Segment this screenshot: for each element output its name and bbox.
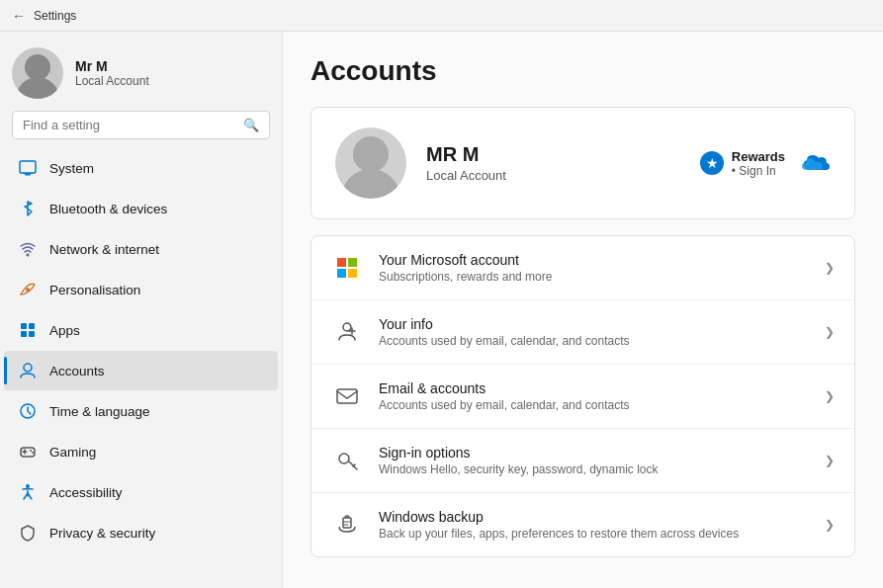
setting-row-backup[interactable]: Windows backup Back up your files, apps,…: [311, 493, 854, 556]
backup-icon: [331, 509, 363, 541]
svg-point-1: [25, 54, 50, 80]
setting-row-microsoft-account[interactable]: Your Microsoft account Subscriptions, re…: [311, 236, 854, 300]
sidebar-item-gaming[interactable]: Gaming: [4, 432, 278, 471]
back-button[interactable]: ←: [12, 8, 26, 24]
setting-row-title-signin: Sign-in options: [379, 445, 825, 461]
profile-rewards[interactable]: ★ Rewards • Sign In: [698, 147, 831, 179]
person-info-icon: [331, 316, 363, 348]
search-icon[interactable]: 🔍: [243, 118, 259, 132]
chevron-icon-signin: ❯: [825, 454, 835, 467]
bluetooth-icon: [18, 199, 38, 218]
svg-rect-3: [25, 174, 31, 176]
svg-rect-7: [21, 323, 27, 329]
user-info: Mr M Local Account: [75, 58, 149, 88]
svg-point-5: [27, 254, 30, 257]
sidebar-label-network: Network & internet: [49, 242, 159, 257]
setting-row-text-signin: Sign-in options Windows Hello, security …: [379, 445, 825, 476]
profile-name: MR M: [426, 143, 698, 166]
gaming-icon: [18, 442, 38, 462]
svg-point-20: [353, 136, 389, 172]
chevron-icon-email: ❯: [825, 389, 835, 403]
microsoft-icon: [331, 252, 363, 284]
sidebar-label-bluetooth: Bluetooth & devices: [49, 202, 167, 216]
sidebar-label-system: System: [49, 161, 94, 176]
main-layout: Mr M Local Account 🔍 Syste: [0, 32, 883, 588]
sidebar-item-network[interactable]: Network & internet: [4, 229, 278, 269]
svg-rect-2: [20, 161, 36, 173]
profile-card: MR M Local Account ★ Rewards • Sign In: [310, 107, 855, 219]
svg-rect-25: [337, 269, 346, 278]
sidebar-label-accounts: Accounts: [49, 364, 105, 378]
setting-row-desc-email: Accounts used by email, calendar, and co…: [379, 398, 825, 412]
rewards-label: Rewards: [732, 149, 785, 164]
setting-row-your-info[interactable]: Your info Accounts used by email, calend…: [311, 300, 854, 365]
rewards-signin: • Sign In: [732, 164, 785, 178]
svg-point-16: [30, 450, 32, 452]
profile-info: MR M Local Account: [426, 143, 698, 183]
sidebar-item-personalisation[interactable]: Personalisation: [4, 270, 278, 309]
setting-row-desc-your-info: Accounts used by email, calendar, and co…: [379, 334, 825, 348]
svg-rect-32: [343, 518, 351, 528]
setting-row-signin[interactable]: Sign-in options Windows Hello, security …: [311, 429, 854, 493]
svg-point-19: [341, 169, 400, 199]
setting-row-title-email: Email & accounts: [379, 380, 825, 396]
svg-rect-30: [337, 389, 357, 403]
setting-row-desc-microsoft: Subscriptions, rewards and more: [379, 270, 825, 284]
svg-rect-9: [21, 331, 27, 337]
key-icon: [331, 445, 363, 476]
search-box[interactable]: 🔍: [12, 111, 270, 139]
svg-point-18: [26, 484, 30, 488]
accessibility-icon: [18, 482, 38, 502]
svg-point-17: [32, 452, 34, 454]
sidebar-label-privacy: Privacy & security: [49, 526, 155, 541]
chevron-icon-microsoft: ❯: [825, 261, 835, 275]
svg-point-27: [343, 323, 351, 331]
profile-account-type: Local Account: [426, 168, 698, 183]
sidebar-label-accessibility: Accessibility: [49, 485, 123, 500]
titlebar: ← Settings: [0, 0, 883, 32]
profile-avatar: [335, 127, 406, 199]
setting-row-title-backup: Windows backup: [379, 509, 825, 525]
system-icon: [18, 158, 38, 178]
sidebar-item-bluetooth[interactable]: Bluetooth & devices: [4, 189, 278, 228]
titlebar-title: Settings: [34, 9, 76, 23]
settings-list: Your Microsoft account Subscriptions, re…: [310, 235, 855, 557]
user-name: Mr M: [75, 58, 149, 74]
svg-rect-8: [29, 323, 35, 329]
search-input[interactable]: [23, 118, 243, 132]
svg-rect-23: [337, 258, 346, 267]
sidebar-label-gaming: Gaming: [49, 445, 96, 460]
setting-row-desc-backup: Back up your files, apps, preferences to…: [379, 527, 825, 541]
svg-rect-4: [23, 173, 33, 174]
setting-row-title-your-info: Your info: [379, 316, 825, 332]
avatar: [12, 47, 63, 99]
onedrive-icon: [799, 147, 831, 179]
sidebar-label-time: Time & language: [49, 404, 150, 419]
rewards-icon: ★: [698, 149, 726, 177]
accounts-icon: [18, 361, 38, 380]
personalisation-icon: [18, 280, 38, 299]
user-profile[interactable]: Mr M Local Account: [0, 32, 282, 111]
sidebar-item-system[interactable]: System: [4, 148, 278, 188]
time-icon: [18, 401, 38, 421]
sidebar-item-privacy[interactable]: Privacy & security: [4, 513, 278, 552]
svg-point-6: [26, 288, 30, 292]
sidebar-item-time[interactable]: Time & language: [4, 391, 278, 431]
search-container: 🔍: [0, 111, 282, 147]
sidebar-label-apps: Apps: [49, 323, 80, 338]
sidebar: Mr M Local Account 🔍 Syste: [0, 32, 282, 588]
svg-point-11: [24, 364, 32, 372]
svg-point-31: [339, 454, 349, 463]
sidebar-label-personalisation: Personalisation: [49, 283, 140, 297]
content-area: Accounts MR M Local Account ★: [282, 32, 883, 588]
sidebar-item-accessibility[interactable]: Accessibility: [4, 472, 278, 512]
setting-row-title-microsoft: Your Microsoft account: [379, 252, 825, 268]
email-icon: [331, 380, 363, 412]
svg-rect-10: [29, 331, 35, 337]
setting-row-text-email: Email & accounts Accounts used by email,…: [379, 380, 825, 412]
sidebar-item-accounts[interactable]: Accounts: [4, 351, 278, 390]
setting-row-email[interactable]: Email & accounts Accounts used by email,…: [311, 365, 854, 429]
user-type: Local Account: [75, 74, 149, 88]
svg-rect-24: [348, 258, 357, 267]
sidebar-item-apps[interactable]: Apps: [4, 310, 278, 350]
